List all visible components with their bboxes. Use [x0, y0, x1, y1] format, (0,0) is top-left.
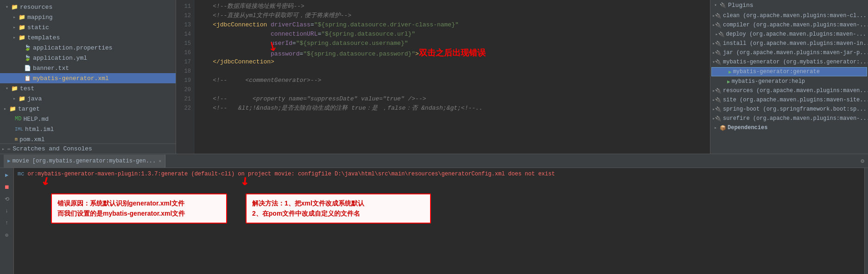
code-line-21: <!-- <property name="suppressDate" value…	[198, 94, 706, 104]
tree-item-resources[interactable]: 📁 resources	[0, 2, 176, 12]
label-site: site (org.apache.maven.plugins:maven-sit…	[723, 97, 868, 103]
tree-item-templates[interactable]: 📁 templates	[0, 32, 176, 43]
scratches-row[interactable]: ✏️ Scratches and Consoles	[0, 143, 176, 154]
label-jar: jar (org.apache.maven.plugins:maven-jar-…	[723, 50, 868, 56]
run-tab-icon: ▶	[7, 158, 11, 164]
tree-item-test[interactable]: 📁 test	[0, 83, 176, 93]
maven-item-spring-boot[interactable]: 🔌 spring-boot (org.springframework.boot:…	[710, 105, 868, 114]
arrow-mapping	[13, 14, 19, 20]
plugin-icon-install: 🔌	[715, 41, 722, 47]
plugin-icon-resources: 🔌	[715, 88, 722, 94]
arrow-static	[13, 25, 19, 30]
code-line-19: <!-- <commentGenerator>-->	[198, 76, 706, 85]
maven-panel: 🔌 Plugins 🔌 clean (org.apache.maven.plug…	[710, 0, 868, 154]
arrow-java	[13, 96, 19, 101]
file-icon-banner: 📄	[24, 65, 31, 72]
arrow-templates	[13, 35, 19, 40]
label-gen-help: mybatis-generator:help	[732, 78, 805, 85]
tree-item-target[interactable]: 📁 target	[0, 104, 176, 114]
run-panel: ▶ movie [org.mybatis.generator:mybatis-g…	[0, 154, 868, 274]
plugin-icon-deploy: 🔌	[718, 31, 725, 37]
run-tab-close[interactable]: ✕	[158, 158, 161, 164]
code-line-11: <!--数据库链接地址账号密码-->	[198, 2, 706, 11]
label-dependencies: Dependencies	[728, 125, 767, 131]
file-icon-app-properties: 🍃	[24, 44, 31, 51]
label-resources: resources	[20, 4, 52, 11]
label-app-yml: application.yml	[33, 55, 87, 62]
find-btn[interactable]: ⊙	[2, 230, 12, 240]
tree-item-pom[interactable]: m pom.xml	[0, 134, 176, 143]
file-icon-app-yml: 🍃	[24, 55, 31, 62]
label-spring-boot: spring-boot (org.springframework.boot:sp…	[723, 106, 867, 112]
label-mybatis-xml: mybatis-generator.xml	[33, 75, 109, 82]
line-numbers: 11 12 13 14 15 16 17 18 19 20 21 22	[176, 0, 195, 154]
tree-item-html-iml[interactable]: IML html.iml	[0, 124, 176, 134]
maven-tree: 🔌 clean (org.apache.maven.plugins:maven-…	[710, 10, 868, 154]
label-help: HELP.md	[23, 116, 49, 123]
solution-annotation-box: 解决方法：1、把xml文件改成系统默认 2、在pom文件中改成自定义的文件名	[246, 193, 431, 224]
file-icon-mybatis-xml: 📋	[24, 75, 31, 82]
tree-item-java[interactable]: 📁 java	[0, 93, 176, 104]
maven-item-site[interactable]: 🔌 site (org.apache.maven.plugins:maven-s…	[710, 95, 868, 105]
error-annot-line2: 而我们设置的是mybatis-generator.xml文件	[57, 208, 221, 218]
label-templates: templates	[27, 34, 60, 41]
label-deploy: deploy (org.apache.maven.plugins:maven-.…	[726, 31, 866, 37]
label-compiler: compiler (org.apache.maven.plugins:maven…	[723, 22, 868, 28]
run-side-buttons: ▶ ⏹ ⟲ ↓ ↑ ⊙	[0, 168, 14, 274]
maven-item-gen-help[interactable]: ▶ mybatis-generator:help	[710, 77, 868, 86]
folder-icon-resources: 📁	[11, 4, 18, 11]
tree-item-help[interactable]: MD HELP.md	[0, 114, 176, 124]
tree-item-banner[interactable]: 📄 banner.txt	[0, 63, 176, 73]
scroll-down-btn[interactable]: ↓	[2, 206, 12, 216]
folder-icon-mapping: 📁	[19, 14, 25, 21]
arrow-target	[4, 106, 9, 112]
run-play-btn[interactable]: ▶	[2, 170, 12, 180]
run-error-text: or:mybatis-generator-maven-plugin:1.3.7:…	[28, 171, 555, 177]
run-tab-label: movie [org.mybatis.generator:mybatis-gen…	[13, 158, 156, 164]
run-settings-icon[interactable]: ⚙	[861, 157, 864, 165]
code-line-20	[198, 85, 706, 94]
maven-item-resources[interactable]: 🔌 resources (org.apache.maven.plugins:ma…	[710, 86, 868, 95]
dependencies-icon: 📦	[720, 125, 726, 131]
folder-icon-target: 📁	[9, 106, 16, 112]
maven-item-surefire[interactable]: 🔌 surefire (org.apache.maven.plugins:mav…	[710, 114, 868, 123]
maven-item-dependencies[interactable]: 📦 Dependencies	[710, 123, 868, 132]
maven-item-clean[interactable]: 🔌 clean (org.apache.maven.plugins:maven-…	[710, 11, 868, 20]
plugin-icon-jar: 🔌	[715, 50, 722, 56]
maven-item-install[interactable]: 🔌 install (org.apache.maven.plugins:mave…	[710, 39, 868, 48]
run-rerun-btn[interactable]: ⏹	[2, 182, 12, 192]
tree-item-mapping[interactable]: 📁 mapping	[0, 12, 176, 22]
run-stop-btn[interactable]: ⟲	[2, 194, 12, 204]
file-icon-help: MD	[15, 116, 21, 122]
maven-item-mybatis-gen[interactable]: 🔌 mybatis-generator (org.mybatis.generat…	[710, 57, 868, 67]
run-icon-generate: ▶	[729, 69, 732, 75]
run-tab-movie[interactable]: ▶ movie [org.mybatis.generator:mybatis-g…	[4, 155, 165, 168]
label-pom: pom.xml	[19, 136, 45, 143]
scratches-icon: ✏️	[7, 145, 11, 152]
label-clean: clean (org.apache.maven.plugins:maven-cl…	[723, 12, 867, 19]
tree-item-app-properties[interactable]: 🍃 application.properties	[0, 43, 176, 53]
run-prefix: mc	[18, 171, 24, 177]
scroll-up-btn[interactable]: ↑	[2, 218, 12, 228]
arrow-maven-plugins	[714, 2, 720, 8]
solution-annot-line1: 解决方法：1、把xml文件改成系统默认	[252, 198, 424, 208]
maven-header: 🔌 Plugins	[710, 0, 868, 10]
file-icon-html-iml: IML	[15, 127, 23, 132]
code-line-13: <jdbcConnection driverClass="${spring.da…	[198, 20, 706, 30]
run-scrollbar[interactable]	[864, 168, 868, 274]
tree-item-mybatis-xml[interactable]: 📋 mybatis-generator.xml	[0, 73, 176, 83]
maven-item-deploy[interactable]: 🔌 deploy (org.apache.maven.plugins:maven…	[710, 30, 868, 39]
maven-item-gen-generate[interactable]: ▶ mybatis-generator:generate	[711, 67, 867, 76]
folder-icon-java: 📁	[19, 95, 25, 102]
main-area: 📁 resources 📁 mapping 📁 static	[0, 0, 868, 154]
folder-icon-static: 📁	[19, 24, 25, 31]
maven-item-compiler[interactable]: 🔌 compiler (org.apache.maven.plugins:mav…	[710, 20, 868, 30]
tree-item-static[interactable]: 📁 static	[0, 22, 176, 32]
maven-item-jar[interactable]: 🔌 jar (org.apache.maven.plugins:maven-ja…	[710, 48, 868, 57]
folder-icon-test: 📁	[11, 85, 18, 92]
solution-annot-line2: 2、在pom文件中改成自定义的文件名	[252, 208, 424, 218]
file-icon-pom: m	[15, 137, 18, 142]
arrow-dependencies	[714, 125, 720, 131]
label-banner: banner.txt	[33, 65, 69, 72]
tree-item-app-yml[interactable]: 🍃 application.yml	[0, 53, 176, 63]
